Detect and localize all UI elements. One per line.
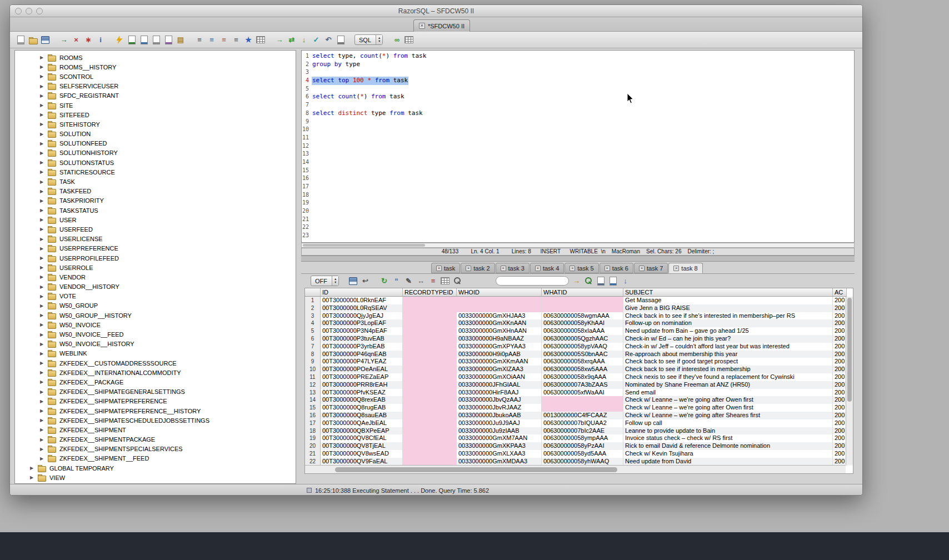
new-connection-icon[interactable]: ∗ xyxy=(83,35,93,45)
refresh-icon[interactable]: ↻ xyxy=(379,276,389,286)
cell-whatid[interactable]: 006300000058xw5AAA xyxy=(542,366,623,373)
titlebar[interactable]: RazorSQL – SFDCW50 II xyxy=(10,5,862,17)
tree-item-global-temporary[interactable]: ▶GLOBAL TEMPORARY xyxy=(15,463,296,473)
cell-whatid[interactable]: 006300000058x9qAAA xyxy=(542,373,623,381)
result-tab-task[interactable]: ×task xyxy=(431,263,460,273)
cell-whoid[interactable]: 0033000000Ju9J9AAJ xyxy=(457,419,542,427)
go-icon[interactable]: → xyxy=(571,276,581,286)
tree-item-sitehistory[interactable]: ▶SITEHISTORY xyxy=(15,119,296,129)
table-row[interactable]: 1000T3000000POeAnEAL0033000000GmXIZAA300… xyxy=(305,366,853,373)
cell-recordtypeid[interactable] xyxy=(403,351,457,358)
table-row[interactable]: 1900T3000000QV8CfEAL0033000000GmXM7AAN00… xyxy=(305,434,853,442)
cell-id[interactable]: 00T3000000QV8wsEAD xyxy=(321,450,403,458)
disclosure-triangle-icon[interactable]: ▶ xyxy=(40,361,47,366)
editor-line[interactable]: 3 xyxy=(302,68,854,77)
cell-whoid[interactable]: 0033000000GmXLXAA3 xyxy=(457,450,542,458)
tree-item-vote[interactable]: ▶VOTE xyxy=(15,292,296,301)
copy-icon[interactable] xyxy=(151,35,161,45)
tree-item-scontrol[interactable]: ▶SCONTROL xyxy=(15,72,296,81)
cell-whoid[interactable]: 0033000000GmXKmAAN xyxy=(457,358,542,366)
cell-subject[interactable]: Follow up call xyxy=(623,419,833,427)
cell-recordtypeid[interactable] xyxy=(403,434,457,442)
tree-item-zkfedex-shipment[interactable]: ▶ZKFEDEX__SHIPMENT xyxy=(15,425,296,434)
cell-recordtypeid[interactable] xyxy=(403,366,457,373)
disclosure-triangle-icon[interactable]: ▶ xyxy=(40,456,47,461)
editor-line[interactable]: 1select type, count(*) from task xyxy=(302,52,854,61)
open-icon[interactable] xyxy=(28,35,38,45)
editor-line[interactable]: 12 xyxy=(302,142,854,151)
editor-line[interactable]: 14 xyxy=(302,158,854,167)
tree-item-zkfedex-package[interactable]: ▶ZKFEDEX__PACKAGE xyxy=(15,377,296,387)
tree-item-w50-group-history[interactable]: ▶W50_GROUP__HISTORY xyxy=(15,311,296,320)
disclosure-triangle-icon[interactable]: ▶ xyxy=(40,399,47,404)
column-header-subject[interactable]: SUBJECT xyxy=(623,288,833,297)
indent-icon[interactable]: ≡ xyxy=(231,35,241,45)
paste-icon[interactable] xyxy=(163,35,173,45)
editor-line[interactable]: 11 xyxy=(302,134,854,142)
table-row[interactable]: 500T3000000P3N4pEAF0033000000GmXHnAAN006… xyxy=(305,327,853,335)
cell-recordtypeid[interactable] xyxy=(403,412,457,419)
cell-subject[interactable]: Check back to see if interested in membe… xyxy=(623,366,833,373)
disclosure-triangle-icon[interactable]: ▶ xyxy=(30,466,37,471)
table-tools-icon[interactable] xyxy=(256,35,266,45)
cell-whatid[interactable]: 006300000058ypVAAQ xyxy=(542,343,623,351)
cell-whoid[interactable]: 0033000000GmXOiAAN xyxy=(457,373,542,381)
cell-whoid[interactable]: 0033000000GmXM7AAN xyxy=(457,434,542,442)
tree-item-vendor-history[interactable]: ▶VENDOR__HISTORY xyxy=(15,282,296,292)
disclosure-triangle-icon[interactable]: ▶ xyxy=(40,427,47,432)
cell-subject[interactable]: Re-approach about membership this year xyxy=(623,351,833,358)
disclosure-triangle-icon[interactable]: ▶ xyxy=(40,332,47,337)
cell-subject[interactable]: Check back to see if good target prospec… xyxy=(623,358,833,366)
cell-whatid[interactable] xyxy=(542,396,623,404)
cell-recordtypeid[interactable] xyxy=(403,327,457,335)
execute-icon[interactable] xyxy=(114,35,124,45)
cell-activity[interactable]: 200 xyxy=(833,366,847,373)
editor-line[interactable]: 4select top 100 * from task xyxy=(302,77,854,85)
cell-whoid[interactable]: 0033000000Ju9zIAAB xyxy=(457,427,542,435)
sql-mode-select[interactable]: SQL▲▼ xyxy=(354,34,383,45)
cell-id[interactable]: 00T3000000Q8sauEAB xyxy=(321,412,403,419)
tree-item-zkfedex-shipmatepreference[interactable]: ▶ZKFEDEX__SHIPMATEPREFERENCE xyxy=(15,397,296,406)
editor-hscrollbar[interactable] xyxy=(301,243,855,248)
tree-item-solutionstatus[interactable]: ▶SOLUTIONSTATUS xyxy=(15,158,296,167)
disclosure-triangle-icon[interactable]: ▶ xyxy=(40,246,47,251)
tree-item-weblink[interactable]: ▶WEBLINK xyxy=(15,349,296,358)
editor-line[interactable]: 8select distinct type from task xyxy=(302,109,854,118)
cell-id[interactable]: 00T3000000P3N4pEAF xyxy=(321,327,403,335)
cell-activity[interactable]: 200 xyxy=(833,442,847,450)
editor-line[interactable]: 6select count(*) from task xyxy=(302,93,854,101)
close-tab-icon[interactable]: × xyxy=(570,266,575,271)
quotes-icon[interactable]: “ xyxy=(391,276,401,286)
disclosure-triangle-icon[interactable]: ▶ xyxy=(40,141,47,146)
editor-line[interactable]: 9 xyxy=(302,118,854,126)
info-icon[interactable]: i xyxy=(96,35,106,45)
editor-line[interactable]: 18 xyxy=(302,191,854,199)
tree-item-selfserviceuser[interactable]: ▶SELFSERVICEUSER xyxy=(15,82,296,91)
cell-whoid[interactable]: 0033000000GmXMDAA3 xyxy=(457,458,542,466)
log-icon[interactable] xyxy=(404,35,414,45)
sql-editor[interactable]: 1select type, count(*) from task2group b… xyxy=(301,50,855,243)
table-row[interactable]: 1100T3000000PREZaEAP0033000000GmXOiAAN00… xyxy=(305,373,853,381)
cell-id[interactable]: 00T3000000PREZaEAP xyxy=(321,373,403,381)
disclosure-triangle-icon[interactable]: ▶ xyxy=(40,55,47,60)
editor-line[interactable]: 13 xyxy=(302,150,854,158)
tree-item-task[interactable]: ▶TASK xyxy=(15,177,296,186)
cell-id[interactable]: 00T3000000PRR8rEAH xyxy=(321,381,403,389)
horizontal-splitter[interactable] xyxy=(301,256,855,262)
cell-whoid[interactable]: 0033000000H9aNBAAZ xyxy=(457,335,542,343)
tree-item-solutionfeed[interactable]: ▶SOLUTIONFEED xyxy=(15,139,296,148)
tree-item-zkfedex-shipmatescheduledjobssettings[interactable]: ▶ZKFEDEX__SHIPMATESCHEDULEDJOBSSETTINGS xyxy=(15,416,296,425)
cell-whoid[interactable]: 0033000000JbukoAAB xyxy=(457,412,542,419)
close-tab-icon[interactable]: × xyxy=(436,266,442,271)
cell-whatid[interactable]: 006300000058xrqAAA xyxy=(542,358,623,366)
editor-line[interactable]: 15 xyxy=(302,167,854,175)
cell-activity[interactable]: 200 xyxy=(833,335,847,343)
cell-recordtypeid[interactable] xyxy=(403,304,457,312)
cell-id[interactable]: 00T3000000QjyJgEAJ xyxy=(321,312,403,320)
editor-hscrollbar-thumb[interactable] xyxy=(303,244,425,247)
cell-whatid[interactable]: 00630000007bIQUAA2 xyxy=(542,419,623,427)
cell-recordtypeid[interactable] xyxy=(403,335,457,343)
format-sql-icon[interactable]: ≡ xyxy=(194,35,204,45)
column-header-whatid[interactable]: WHATID xyxy=(542,288,623,297)
tree-item-zkfedex-customaddresssource[interactable]: ▶ZKFEDEX__CUSTOMADDRESSSOURCE xyxy=(15,358,296,368)
